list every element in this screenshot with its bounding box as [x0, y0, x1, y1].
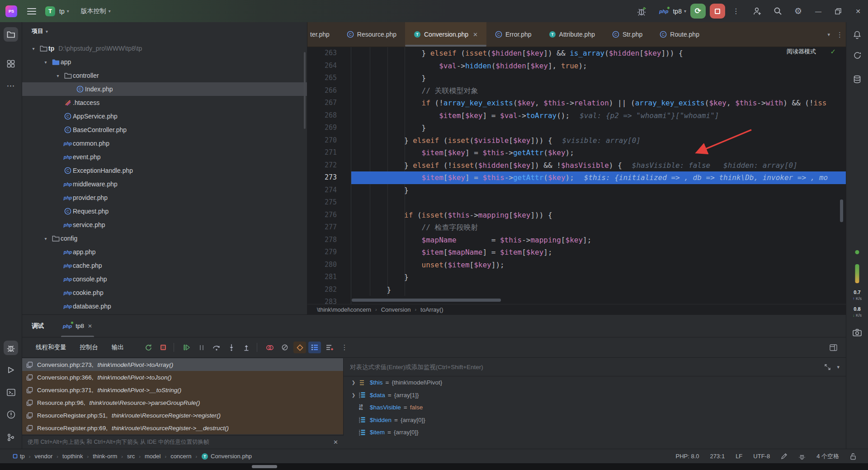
- variable-row-hasVisible[interactable]: 1001$hasVisible=false: [344, 401, 846, 414]
- step-into-icon[interactable]: [225, 342, 238, 353]
- tree-item-basecontroller-php[interactable]: CBaseController.php: [22, 123, 307, 137]
- code-line-268[interactable]: 268 $item[$key] = $val->toArray();$val: …: [307, 109, 846, 122]
- line-number[interactable]: 270: [307, 134, 351, 147]
- stop-button[interactable]: [710, 4, 725, 19]
- line-number[interactable]: 276: [307, 209, 351, 222]
- code-viewport[interactable]: 263 } elseif (isset($hidden[$key]) && is…: [307, 47, 846, 304]
- tree-item-index-php[interactable]: CIndex.php: [22, 82, 307, 96]
- expand-chevron-icon[interactable]: ▾: [28, 46, 38, 51]
- line-number[interactable]: 268: [307, 109, 351, 122]
- tree-item-controller[interactable]: ▾controller: [22, 69, 307, 82]
- code-line-263[interactable]: 263 } elseif (isset($hidden[$key]) && is…: [307, 47, 846, 60]
- stack-frame-row[interactable]: Conversion.php:366, think\model\Pivot->t…: [22, 371, 343, 384]
- more-actions-icon[interactable]: ⋮: [732, 7, 740, 15]
- code-line-274[interactable]: 274 }: [307, 184, 846, 197]
- line-number[interactable]: 274: [307, 184, 351, 197]
- close-tab-icon[interactable]: ✕: [473, 31, 478, 38]
- tree-item-event-php[interactable]: phpevent.php: [22, 150, 307, 164]
- code-line-265[interactable]: 265 }: [307, 72, 846, 85]
- line-number[interactable]: 273: [307, 171, 351, 184]
- expand-chevron-icon[interactable]: ▾: [41, 60, 51, 65]
- debug-tool-icon[interactable]: [4, 341, 18, 355]
- editor-tab-ter-php[interactable]: ter.php: [307, 22, 338, 47]
- debug-listen-icon[interactable]: [637, 6, 647, 17]
- status-path-item[interactable]: think-orm: [93, 453, 117, 460]
- code-line-270[interactable]: 270 } elseif (isset($visible[$key])) {$v…: [307, 134, 846, 147]
- line-number[interactable]: 266: [307, 85, 351, 97]
- status-path-item[interactable]: topthink: [62, 453, 83, 460]
- code-line-281[interactable]: 281 }: [307, 271, 846, 284]
- tree-item-config[interactable]: ▾config: [22, 232, 307, 245]
- status-path-item[interactable]: concern: [170, 453, 191, 460]
- vcs-widget[interactable]: 版本控制: [81, 7, 106, 15]
- line-number[interactable]: 263: [307, 47, 351, 60]
- variable-row-hidden[interactable]: 123$hidden={array[0]}: [344, 414, 846, 427]
- restore-button[interactable]: [828, 0, 848, 22]
- project-tool-icon[interactable]: [4, 27, 18, 42]
- line-separator-widget[interactable]: LF: [736, 453, 742, 460]
- line-number[interactable]: 283: [307, 296, 351, 304]
- line-number[interactable]: 264: [307, 60, 351, 72]
- status-path-item[interactable]: TConversion.php: [201, 453, 252, 460]
- code-line-279[interactable]: 279 $item[$mapName] = $item[$key];: [307, 246, 846, 259]
- line-number[interactable]: 271: [307, 147, 351, 159]
- tree-item-app[interactable]: ▾app: [22, 55, 307, 69]
- expand-chevron-icon[interactable]: ❯: [348, 393, 359, 398]
- minimize-button[interactable]: —: [808, 0, 828, 22]
- tab-options-kebab-icon[interactable]: ⋮: [836, 31, 843, 39]
- stop-icon[interactable]: [157, 342, 170, 353]
- status-breadcrumb[interactable]: tp›vendor›topthink›think-orm›src›model›c…: [13, 453, 252, 460]
- line-number[interactable]: 265: [307, 72, 351, 85]
- encoding-widget[interactable]: UTF-8: [753, 453, 770, 460]
- step-over-icon[interactable]: [210, 342, 223, 353]
- eval-history-chevron-icon[interactable]: ▾: [837, 364, 840, 370]
- tree-item-appservice-php[interactable]: CAppService.php: [22, 109, 307, 123]
- hidden-tabs-chevron-icon[interactable]: ▾: [827, 32, 830, 38]
- add-to-watches-icon[interactable]: [323, 342, 336, 353]
- indent-widget[interactable]: 4 个空格: [816, 452, 839, 461]
- code-line-271[interactable]: 271 $item[$key] = $this->getAttr($key);: [307, 147, 846, 159]
- search-icon[interactable]: [773, 6, 783, 16]
- tree-item-service-php[interactable]: phpservice.php: [22, 218, 307, 232]
- mute-breakpoints-icon[interactable]: [278, 342, 291, 353]
- code-line-272[interactable]: 272 } elseif (!isset($hidden[$key]) && !…: [307, 159, 846, 172]
- tree-item-app-php[interactable]: phpapp.php: [22, 245, 307, 259]
- tab-scrollbar-thumb[interactable]: [405, 45, 486, 47]
- run-config-name[interactable]: tp8: [673, 8, 681, 15]
- code-line-283[interactable]: 283: [307, 296, 846, 304]
- line-number[interactable]: 267: [307, 97, 351, 109]
- line-number[interactable]: 282: [307, 284, 351, 296]
- tree-item-provider-php[interactable]: phpprovider.php: [22, 191, 307, 204]
- stack-frame-row[interactable]: Resource.php:96, think\route\Resource->p…: [22, 396, 343, 409]
- code-line-280[interactable]: 280 unset($item[$key]);: [307, 259, 846, 271]
- tree-item-console-php[interactable]: phpconsole.php: [22, 272, 307, 286]
- close-session-icon[interactable]: ✕: [88, 323, 92, 329]
- tree-item-exceptionhandle-php[interactable]: CExceptionHandle.php: [22, 164, 307, 177]
- debug-view-tab-线程和变量[interactable]: 线程和变量: [36, 343, 66, 351]
- code-line-278[interactable]: 278 $mapName = $this->mapping[$key];: [307, 234, 846, 247]
- project-avatar[interactable]: T: [45, 6, 55, 16]
- debug-view-tab-控制台[interactable]: 控制台: [80, 343, 99, 351]
- tree-item-database-php[interactable]: phpdatabase.php: [22, 299, 307, 313]
- code-line-266[interactable]: 266 // 关联模型对象: [307, 85, 846, 97]
- line-number[interactable]: 277: [307, 221, 351, 234]
- rerun-icon[interactable]: [142, 342, 155, 353]
- expand-chevron-icon[interactable]: ▾: [53, 73, 63, 78]
- status-path-item[interactable]: model: [145, 453, 160, 460]
- project-panel-header[interactable]: 项目▾: [22, 22, 307, 40]
- close-button[interactable]: ✕: [848, 0, 868, 22]
- variable-row-data[interactable]: ❯123$data={array[1]}: [344, 389, 846, 402]
- line-number[interactable]: 275: [307, 196, 351, 209]
- debug-session-tab[interactable]: php tp8 ✕: [57, 315, 98, 337]
- project-name[interactable]: tp: [59, 8, 65, 15]
- editor-tab-error-php[interactable]: CError.php: [486, 22, 540, 47]
- tree-scrollbar[interactable]: [304, 52, 306, 129]
- notifications-bell-icon[interactable]: [850, 27, 864, 42]
- tree-item-common-php[interactable]: phpcommon.php: [22, 137, 307, 150]
- code-line-264[interactable]: 264 $val->hidden($hidden[$key], true);: [307, 60, 846, 72]
- ai-assistant-icon[interactable]: [850, 48, 864, 62]
- add-user-icon[interactable]: [752, 6, 762, 16]
- editor-tab-attribute-php[interactable]: TAttribute.php: [540, 22, 604, 47]
- view-breakpoints-icon[interactable]: [264, 342, 276, 353]
- variable-row-this[interactable]: ❯$this={think\model\Pivot}: [344, 376, 846, 389]
